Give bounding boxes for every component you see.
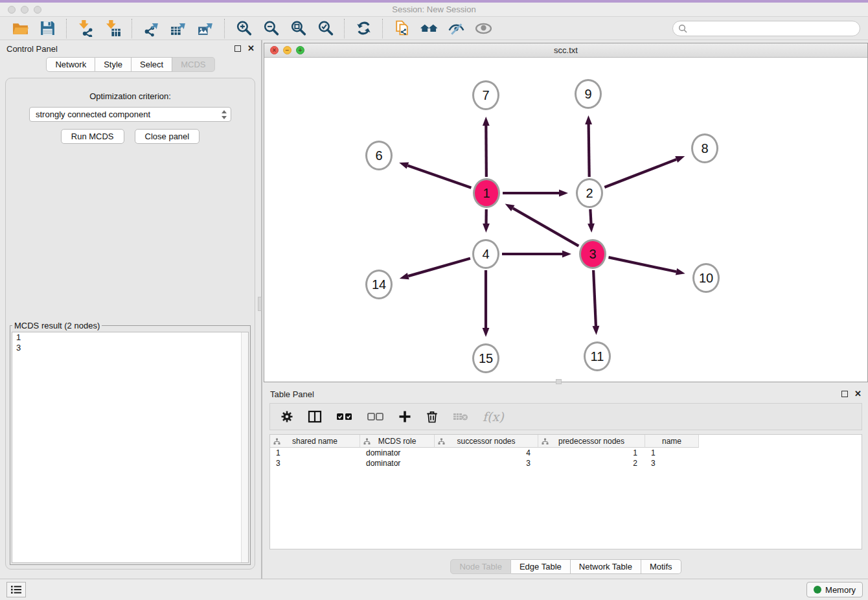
table-cell[interactable]: 2 <box>538 458 645 468</box>
mcds-result-node[interactable]: 3 <box>12 343 248 353</box>
graph-node-3[interactable]: 3 <box>579 239 606 269</box>
select-all-icon[interactable] <box>336 412 353 421</box>
table-tab-network-table[interactable]: Network Table <box>571 559 641 574</box>
hide-selected-icon[interactable] <box>445 19 467 38</box>
edge-3-11[interactable] <box>593 270 596 326</box>
network-splitter-handle[interactable] <box>556 379 562 384</box>
edge-2-9[interactable] <box>589 124 589 177</box>
graph-node-2[interactable]: 2 <box>576 178 603 208</box>
result-scrollbar[interactable] <box>241 332 248 562</box>
mcds-result-list[interactable]: 13 <box>12 332 249 563</box>
refresh-icon[interactable] <box>352 19 374 38</box>
import-table-icon[interactable] <box>102 19 124 38</box>
first-neighbors-icon[interactable] <box>418 19 440 38</box>
tab-network[interactable]: Network <box>46 57 95 72</box>
table-cell[interactable]: 3 <box>645 458 699 468</box>
console-button[interactable] <box>6 582 26 597</box>
float-table-panel-icon[interactable] <box>841 391 848 397</box>
close-panel-icon[interactable]: ✕ <box>247 45 255 52</box>
graph-node-15[interactable]: 15 <box>472 343 499 373</box>
table-settings-icon[interactable] <box>280 410 293 423</box>
tab-select[interactable]: Select <box>131 57 172 72</box>
column-header-successor-nodes[interactable]: successor nodes <box>435 435 538 448</box>
network-close-icon[interactable]: × <box>270 46 279 54</box>
network-canvas[interactable]: 7968124314101511 <box>264 58 867 382</box>
duplicate-network-icon[interactable] <box>391 19 413 38</box>
close-table-panel-icon[interactable]: ✕ <box>854 391 862 397</box>
memory-button[interactable]: Memory <box>806 582 863 597</box>
edge-2-3[interactable] <box>590 209 591 224</box>
function-builder-icon: f(x) <box>483 410 504 424</box>
network-minimize-icon[interactable]: − <box>283 46 291 54</box>
show-all-icon[interactable] <box>472 19 494 38</box>
mcds-result-node[interactable]: 1 <box>12 332 248 343</box>
mcds-result-title: MCDS result (2 nodes) <box>12 321 102 330</box>
zoom-in-icon[interactable] <box>233 19 255 38</box>
export-image-icon[interactable] <box>194 19 216 38</box>
table-tab-edge-table[interactable]: Edge Table <box>511 559 571 574</box>
tab-style[interactable]: Style <box>95 57 131 72</box>
table-cell[interactable]: 3 <box>270 458 360 468</box>
delete-row-icon[interactable] <box>426 410 439 423</box>
add-row-icon[interactable] <box>398 410 411 423</box>
search-input[interactable] <box>672 21 860 36</box>
table-cell[interactable]: 1 <box>645 448 699 458</box>
float-panel-icon[interactable] <box>234 45 241 52</box>
deselect-all-icon[interactable] <box>367 412 384 421</box>
graph-node-8[interactable]: 8 <box>691 133 718 163</box>
graph-node-7[interactable]: 7 <box>472 80 499 110</box>
minimize-traffic-light[interactable] <box>21 6 29 14</box>
table-cell[interactable]: 3 <box>435 458 538 468</box>
zoom-selected-icon[interactable] <box>314 19 336 38</box>
panel-splitter-handle[interactable] <box>258 297 262 311</box>
table-panel: Table Panel ✕ f(x) shared nameMCDS roles… <box>264 386 868 579</box>
graph-node-9[interactable]: 9 <box>575 79 602 109</box>
edge-2-8[interactable] <box>604 159 676 187</box>
table-cell[interactable]: 1 <box>270 448 360 458</box>
zoom-out-icon[interactable] <box>260 19 282 38</box>
export-table-icon[interactable] <box>167 19 189 38</box>
graph-node-6[interactable]: 6 <box>365 141 393 170</box>
edge-arrowhead <box>399 162 409 168</box>
edge-arrowhead <box>483 328 490 337</box>
edge-1-7[interactable] <box>486 126 486 177</box>
flatten-hierarchy-icon <box>438 438 445 445</box>
graph-node-10[interactable]: 10 <box>692 263 720 293</box>
network-window-titlebar[interactable]: × − + scc.txt <box>264 43 867 58</box>
edge-1-6[interactable] <box>407 166 471 188</box>
table-cell[interactable]: dominator <box>360 448 435 458</box>
zoom-traffic-light[interactable] <box>34 6 41 14</box>
zoom-fit-icon[interactable] <box>287 19 309 38</box>
run-mcds-button[interactable]: Run MCDS <box>61 129 124 144</box>
network-maximize-icon[interactable]: + <box>296 46 304 54</box>
graph-node-4[interactable]: 4 <box>472 239 499 269</box>
column-header-MCDS-role[interactable]: MCDS role <box>360 435 435 448</box>
graph-node-14[interactable]: 14 <box>365 270 393 299</box>
graph-node-11[interactable]: 11 <box>584 341 611 371</box>
open-session-icon[interactable] <box>9 19 31 38</box>
close-traffic-light[interactable] <box>8 6 16 14</box>
table-toolbar: f(x) <box>269 403 862 430</box>
search-field[interactable] <box>687 22 860 35</box>
tab-mcds[interactable]: MCDS <box>172 57 214 72</box>
table-cell[interactable]: dominator <box>360 458 435 468</box>
table-tab-node-table[interactable]: Node Table <box>450 559 511 574</box>
column-header-predecessor-nodes[interactable]: predecessor nodes <box>538 435 645 448</box>
import-network-icon[interactable] <box>74 19 97 38</box>
app-titlebar: Session: New Session <box>0 3 868 17</box>
column-header-shared-name[interactable]: shared name <box>270 435 360 448</box>
edge-3-1[interactable] <box>513 208 579 246</box>
table-tab-motifs[interactable]: Motifs <box>641 559 681 574</box>
close-panel-button[interactable]: Close panel <box>135 129 200 144</box>
column-header-name[interactable]: name <box>645 435 699 448</box>
save-session-icon[interactable] <box>36 19 58 38</box>
criterion-dropdown[interactable]: strongly connected component <box>29 107 231 122</box>
graph-node-1[interactable]: 1 <box>473 178 500 208</box>
search-icon <box>678 24 687 33</box>
export-network-icon[interactable] <box>140 19 162 38</box>
edge-3-10[interactable] <box>608 257 676 271</box>
table-cell[interactable]: 4 <box>435 448 538 458</box>
split-view-icon[interactable] <box>308 410 322 423</box>
edge-4-14[interactable] <box>408 259 470 276</box>
table-cell[interactable]: 1 <box>538 448 645 458</box>
